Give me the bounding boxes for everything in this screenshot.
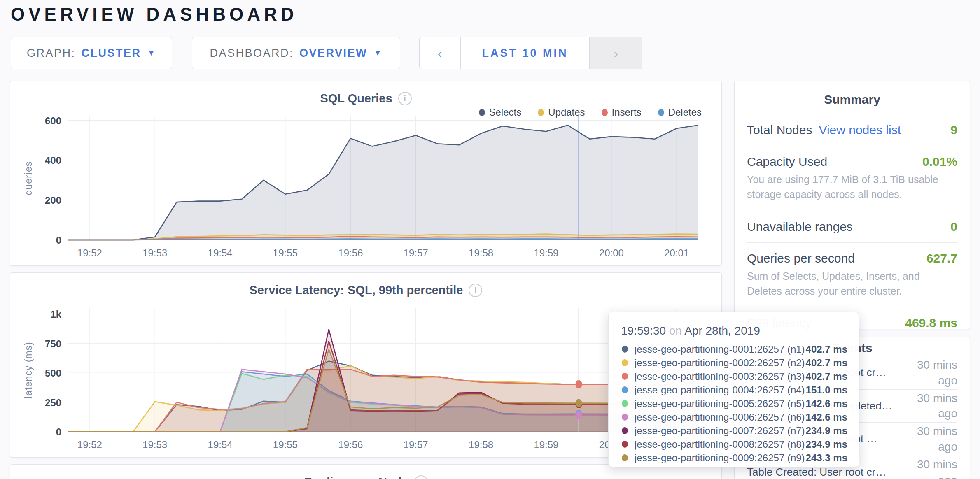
legend-label: Deletes [668, 107, 702, 118]
graph-dropdown-label: GRAPH: [27, 47, 76, 60]
event-time: 30 mins ago [911, 357, 957, 388]
summary-row-capacity: Capacity Used 0.01% You are using 177.7 … [747, 146, 957, 211]
p99-latency-value: 469.8 ms [905, 316, 957, 330]
tooltip-row: jesse-geo-partitioning-0009:26257 (n9) 2… [620, 451, 847, 465]
legend-item-inserts[interactable]: Inserts [602, 107, 642, 118]
tooltip-on: on [669, 324, 682, 337]
node-name: jesse-geo-partitioning-0005:26257 (n5) [635, 398, 806, 409]
node-1-dot-icon [622, 346, 628, 353]
tooltip-date: Apr 28th, 2019 [684, 324, 760, 337]
node-latency-value: 151.0 ms [806, 384, 847, 396]
svg-text:19:56: 19:56 [338, 439, 363, 450]
service-latency-title-row: Service Latency: SQL, 99th percentile i [10, 282, 721, 298]
legend-label: Inserts [612, 107, 642, 118]
node-name: jesse-geo-partitioning-0006:26257 (n6) [635, 412, 806, 423]
tooltip-row: jesse-geo-partitioning-0001:26257 (n1) 4… [620, 342, 847, 356]
svg-text:500: 500 [45, 367, 61, 379]
sql-queries-title-row: SQL Queries i [10, 90, 721, 107]
caret-down-icon: ▼ [374, 49, 382, 58]
legend-item-updates[interactable]: Updates [538, 107, 585, 118]
event-time: 30 mins ago [911, 457, 957, 479]
chevron-right-icon: › [614, 45, 618, 61]
node-latency-value: 142.6 ms [806, 412, 847, 423]
svg-text:19:56: 19:56 [338, 247, 363, 258]
event-message: Table Created: User root cr… [747, 466, 905, 479]
node-latency-value: 142.6 ms [806, 398, 847, 409]
svg-text:600: 600 [45, 115, 61, 126]
graph-dropdown-value: CLUSTER [82, 47, 141, 60]
svg-text:19:54: 19:54 [208, 439, 233, 450]
dashboard-dropdown-label: DASHBOARD: [210, 47, 294, 60]
capacity-description: You are using 177.7 MiB of 3.1 TiB usabl… [747, 172, 957, 202]
sql-queries-card: SQL Queries i Selects Updates Inserts [10, 81, 722, 266]
svg-text:250: 250 [45, 397, 61, 408]
tooltip-time: 19:59:30 [621, 324, 666, 337]
caret-down-icon: ▼ [148, 49, 156, 58]
inserts-dot-icon [602, 109, 608, 116]
svg-text:400: 400 [45, 155, 61, 166]
summary-row-qps: Queries per second 627.7 Sum of Selects,… [747, 242, 957, 307]
svg-text:19:54: 19:54 [208, 247, 233, 258]
node-name: jesse-geo-partitioning-0002:26257 (n2) [635, 357, 806, 369]
sql-queries-legend: Selects Updates Inserts Deletes [462, 107, 702, 118]
svg-text:20:00: 20:00 [599, 247, 624, 258]
node-name: jesse-geo-partitioning-0008:26257 (n8) [635, 439, 806, 450]
svg-text:200: 200 [45, 195, 61, 206]
legend-item-deletes[interactable]: Deletes [658, 107, 702, 118]
node-latency-value: 402.7 ms [806, 357, 847, 369]
summary-row-total-nodes: Total Nodes View nodes list 9 [747, 114, 957, 146]
legend-item-selects[interactable]: Selects [479, 107, 522, 118]
svg-text:queries: queries [23, 161, 34, 195]
time-window-selector: ‹ LAST 10 MIN › [419, 37, 642, 69]
svg-text:19:58: 19:58 [469, 247, 493, 258]
summary-heading: Summary [747, 93, 957, 107]
node-7-dot-icon [622, 427, 628, 434]
dashboard-dropdown-value: OVERVIEW [299, 47, 367, 60]
node-6-dot-icon [622, 414, 628, 421]
time-window-next-button[interactable]: › [589, 37, 642, 69]
node-name: jesse-geo-partitioning-0004:26257 (n4) [635, 384, 806, 396]
svg-text:19:52: 19:52 [77, 247, 102, 258]
node-latency-value: 234.9 ms [806, 425, 847, 437]
info-icon[interactable]: i [469, 284, 482, 297]
node-latency-value: 234.9 ms [806, 439, 847, 450]
event-time: 30 mins ago [911, 423, 957, 455]
total-nodes-label: Total Nodes [747, 123, 812, 137]
updates-dot-icon [538, 109, 544, 116]
tooltip-row: jesse-geo-partitioning-0006:26257 (n6) 1… [620, 410, 847, 424]
sql-queries-title: SQL Queries [320, 92, 392, 105]
time-window-value[interactable]: LAST 10 MIN [461, 37, 589, 69]
deletes-dot-icon [658, 109, 664, 116]
info-icon[interactable]: i [398, 92, 412, 105]
view-nodes-list-link[interactable]: View nodes list [819, 123, 901, 137]
replicas-title-row: Replicas per Node i [10, 474, 721, 479]
tooltip-timestamp: 19:59:30 on Apr 28th, 2019 [621, 324, 847, 337]
sql-queries-chart[interactable]: 020040060019:5219:5319:5419:5519:5619:57… [19, 110, 712, 261]
svg-text:19:53: 19:53 [142, 247, 167, 258]
node-name: jesse-geo-partitioning-0003:26257 (n3) [635, 371, 806, 382]
svg-text:0: 0 [56, 426, 61, 437]
svg-text:19:59: 19:59 [534, 439, 558, 450]
graph-scope-dropdown[interactable]: GRAPH: CLUSTER ▼ [11, 37, 172, 69]
legend-label: Updates [548, 107, 585, 118]
tooltip-row: jesse-geo-partitioning-0004:26257 (n4) 1… [620, 383, 847, 397]
replicas-title: Replicas per Node [304, 475, 408, 479]
qps-value: 627.7 [926, 251, 957, 265]
chevron-left-icon: ‹ [438, 45, 442, 61]
node-5-dot-icon [622, 400, 628, 407]
svg-text:19:57: 19:57 [404, 247, 428, 258]
total-nodes-value: 9 [950, 123, 957, 137]
dashboard-dropdown[interactable]: DASHBOARD: OVERVIEW ▼ [192, 37, 400, 69]
time-window-prev-button[interactable]: ‹ [420, 37, 461, 69]
unavailable-ranges-value: 0 [950, 220, 957, 234]
capacity-value: 0.01% [922, 155, 957, 169]
node-name: jesse-geo-partitioning-0009:26257 (n9) [635, 452, 806, 464]
svg-text:20:01: 20:01 [664, 247, 689, 258]
svg-text:latency (ms): latency (ms) [23, 342, 34, 398]
info-icon[interactable]: i [414, 475, 428, 479]
svg-text:19:58: 19:58 [469, 439, 493, 450]
unavailable-ranges-label: Unavailable ranges [747, 220, 853, 234]
qps-description: Sum of Selects, Updates, Inserts, and De… [747, 269, 957, 299]
service-latency-title: Service Latency: SQL, 99th percentile [250, 284, 463, 297]
tooltip-row: jesse-geo-partitioning-0005:26257 (n5) 1… [620, 397, 847, 410]
